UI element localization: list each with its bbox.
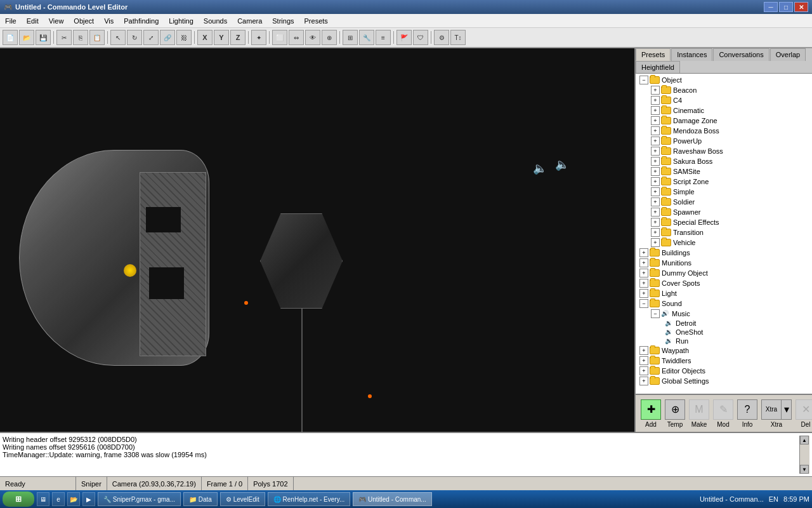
start-button[interactable]: ⊞: [3, 491, 34, 507]
menu-edit[interactable]: Edit: [22, 16, 44, 26]
tb-box[interactable]: ⬜: [272, 30, 287, 45]
expand-beacon[interactable]: +: [651, 86, 660, 95]
tb-shield[interactable]: 🛡: [413, 30, 428, 45]
tb-y-axis[interactable]: Y: [214, 30, 229, 45]
tree-item-scriptzone[interactable]: + Script Zone: [637, 177, 811, 187]
tb-mirror[interactable]: ⇔: [289, 30, 304, 45]
xtra-dropdown[interactable]: ▾: [782, 399, 792, 420]
tab-conversations[interactable]: Conversations: [713, 48, 769, 61]
tree-item-soldier[interactable]: + Soldier: [637, 197, 811, 207]
tb-grid[interactable]: ⊞: [343, 30, 358, 45]
expand-buildings[interactable]: +: [639, 248, 648, 257]
tb-save[interactable]: 💾: [36, 30, 51, 45]
expand-globalsettings[interactable]: +: [639, 377, 648, 385]
btn-temp[interactable]: ⊕ Temp: [665, 399, 685, 428]
tree-item-c4[interactable]: + C4: [637, 95, 811, 105]
menu-view[interactable]: View: [44, 16, 69, 26]
tree-item-buildings[interactable]: + Buildings: [637, 248, 811, 258]
menu-object[interactable]: Object: [69, 16, 99, 26]
expand-music[interactable]: −: [651, 309, 660, 318]
menu-camera[interactable]: Camera: [232, 16, 267, 26]
expand-scriptzone[interactable]: +: [651, 177, 660, 186]
tb-move[interactable]: ✦: [251, 30, 266, 45]
menu-presets[interactable]: Presets: [299, 16, 333, 26]
tb-circle[interactable]: ⊕: [322, 30, 337, 45]
tb-open[interactable]: 📂: [19, 30, 34, 45]
tree-item-damagezone[interactable]: + Damage Zone: [637, 116, 811, 126]
expand-sakuraboss[interactable]: +: [651, 157, 660, 166]
btn-xtra[interactable]: Xtra ▾ Xtra: [761, 399, 792, 428]
expand-sound[interactable]: −: [639, 299, 648, 308]
expand-editorobjects[interactable]: +: [639, 366, 648, 375]
expand-coverspots[interactable]: +: [639, 279, 648, 288]
tb-link[interactable]: 🔗: [160, 30, 175, 45]
taskbar-gmax[interactable]: 🔧 SniperP.gmax - gma...: [98, 492, 181, 506]
expand-raveshawboss[interactable]: +: [651, 147, 660, 156]
tree-item-light[interactable]: + Light: [637, 288, 811, 298]
expand-damagezone[interactable]: +: [651, 116, 660, 125]
log-scrollbar[interactable]: ▲ ▼: [799, 436, 809, 474]
tree-item-cinematic[interactable]: + Cinematic: [637, 105, 811, 116]
xtra-icon[interactable]: Xtra: [761, 399, 782, 420]
expand-c4[interactable]: +: [651, 96, 660, 105]
log-scroll-up[interactable]: ▲: [800, 436, 809, 444]
tb-ie[interactable]: e: [52, 492, 65, 506]
tree-item-raveshawboss[interactable]: + Raveshaw Boss: [637, 146, 811, 156]
taskbar-leveledit[interactable]: ⚙ LevelEdit: [220, 492, 265, 506]
tree-item-editorobjects[interactable]: + Editor Objects: [637, 366, 811, 376]
expand-transition[interactable]: +: [651, 228, 660, 237]
expand-waypath[interactable]: +: [639, 346, 648, 355]
btn-del[interactable]: ✕ Del: [796, 399, 812, 428]
maximize-button[interactable]: □: [779, 2, 793, 12]
menu-vis[interactable]: Vis: [99, 16, 119, 26]
tree-item-vehicle[interactable]: + Vehicle: [637, 237, 811, 248]
tree-item-powerup[interactable]: + PowerUp: [637, 136, 811, 146]
tab-overlap[interactable]: Overlap: [770, 48, 806, 61]
tb-paste[interactable]: 📋: [89, 30, 105, 45]
tb-media[interactable]: ▶: [82, 492, 95, 506]
taskbar-commando[interactable]: 🎮 Untitled - Comman...: [353, 492, 431, 506]
expand-powerup[interactable]: +: [651, 137, 660, 145]
taskbar-data[interactable]: 📁 Data: [183, 492, 218, 506]
tree-item-sound[interactable]: − Sound: [637, 298, 811, 309]
expand-samsite[interactable]: +: [651, 167, 660, 176]
tb-snap[interactable]: 🔧: [359, 30, 374, 45]
tree-item-music[interactable]: − 🔊 Music: [637, 309, 811, 319]
tb-eye[interactable]: 👁: [305, 30, 320, 45]
tb-show-desktop[interactable]: 🖥: [37, 492, 49, 506]
expand-object[interactable]: −: [639, 76, 648, 84]
tree-item-detroit[interactable]: 🔉 Detroit: [637, 319, 811, 328]
tb-select[interactable]: ↖: [110, 30, 126, 45]
viewport-3d[interactable]: 🔈 🔈: [0, 48, 634, 432]
info-icon[interactable]: ?: [737, 399, 757, 420]
menu-strings[interactable]: Strings: [267, 16, 299, 26]
tree-item-beacon[interactable]: + Beacon: [637, 85, 811, 95]
expand-specialeffects[interactable]: +: [651, 218, 660, 227]
tree-item-transition[interactable]: + Transition: [637, 227, 811, 237]
tb-settings[interactable]: ⚙: [434, 30, 449, 45]
tb-scale[interactable]: ⤢: [143, 30, 159, 45]
tree-item-object[interactable]: − Object: [637, 75, 811, 85]
taskbar-renhelp[interactable]: 🌐 RenHelp.net - Every...: [268, 492, 350, 506]
log-scroll-down[interactable]: ▼: [800, 465, 809, 474]
expand-dummyobject[interactable]: +: [639, 269, 648, 277]
tree-item-simple[interactable]: + Simple: [637, 187, 811, 197]
tree-item-munitions[interactable]: + Munitions: [637, 258, 811, 268]
expand-vehicle[interactable]: +: [651, 238, 660, 247]
tree-item-globalsettings[interactable]: + Global Settings: [637, 376, 811, 386]
expand-spawner[interactable]: +: [651, 208, 660, 217]
add-icon[interactable]: ✚: [641, 399, 661, 420]
tree-view[interactable]: − Object + Beacon + C4 + Cinemat: [636, 74, 812, 394]
tree-item-dummyobject[interactable]: + Dummy Object: [637, 268, 811, 278]
tree-item-spawner[interactable]: + Spawner: [637, 207, 811, 217]
tb-explore[interactable]: 📂: [67, 492, 80, 506]
expand-cinematic[interactable]: +: [651, 106, 660, 115]
tree-item-twiddlers[interactable]: + Twiddlers: [637, 356, 811, 366]
tb-unlink[interactable]: ⛓: [176, 30, 192, 45]
expand-mendozaboss[interactable]: +: [651, 126, 660, 135]
menu-file[interactable]: File: [0, 16, 22, 26]
temp-icon[interactable]: ⊕: [665, 399, 685, 420]
tb-copy[interactable]: ⎘: [73, 30, 88, 45]
expand-twiddlers[interactable]: +: [639, 356, 648, 365]
btn-add[interactable]: ✚ Add: [641, 399, 661, 428]
